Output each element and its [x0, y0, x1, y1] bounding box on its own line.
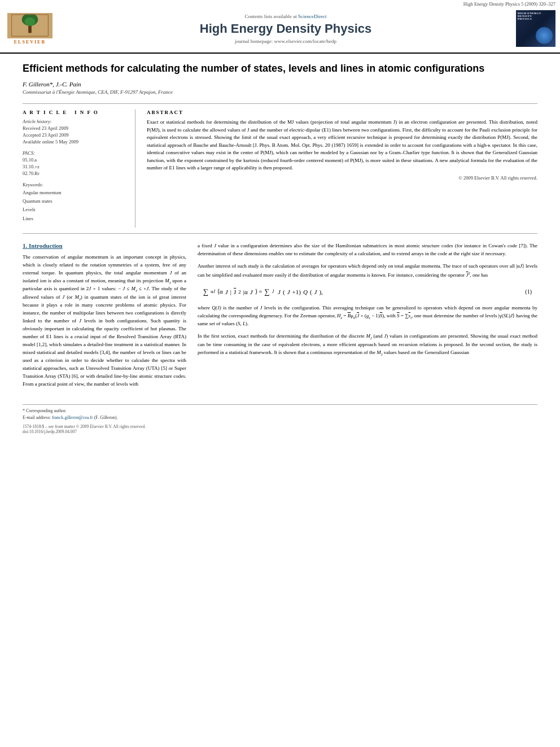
footnote-corresponding: * Corresponding author. [23, 408, 537, 414]
article-history: Article history: Received 23 April 2009 … [23, 119, 126, 146]
showing-text: Showing [470, 333, 488, 339]
journal-title-display: High Energy Density Physics [61, 21, 510, 36]
journal-meta: High Energy Density Physics 5 (2009) 320… [463, 1, 555, 7]
keywords-list: Angular momentum Quantum states Levels L… [23, 189, 126, 223]
keyword-3: Levels [23, 206, 126, 214]
cover-text: HIGH ENERGYDENSITYPHYSICS [518, 12, 554, 20]
elsevier-text-label: ELSEVIER [14, 40, 46, 45]
pacs-item-3: 02.70.Rr [23, 171, 126, 177]
right-para-4: In the first section, exact methods for … [198, 333, 537, 357]
keywords-group: Keywords: Angular momentum Quantum state… [23, 182, 126, 223]
pacs-group: PACS: 05.10.a 31.10.+z 02.70.Rr [23, 150, 126, 177]
body-columns: 1. Introduction The conservation of angu… [23, 242, 537, 393]
abstract-label: ABSTRACT [147, 110, 537, 115]
footer-area: * Corresponding author. E-mail address: … [23, 404, 537, 434]
journal-homepage: journal homepage: www.elsevier.com/locat… [61, 38, 510, 44]
journal-cover-image: HIGH ENERGYDENSITYPHYSICS [516, 10, 555, 47]
paper-title: Efficient methods for calculating the nu… [23, 62, 537, 75]
author-email-link[interactable]: franck.gilleron@cea.fr [52, 415, 93, 420]
info-abstract-section: A R T I C L E I N F O Article history: R… [23, 103, 537, 234]
body-left-column: 1. Introduction The conservation of angu… [23, 242, 186, 393]
pacs-label: PACS: [23, 150, 126, 156]
abstract-text: Exact or statistical methods for determi… [147, 119, 537, 172]
body-right-column: a fixed J value in a configuration deter… [198, 242, 537, 393]
abstract-column: ABSTRACT Exact or statistical methods fo… [147, 110, 537, 228]
journal-header: High Energy Density Physics 5 (2009) 320… [0, 0, 560, 54]
formula-1-content: ∑ αJ ⟨α J | J 2 |α J ⟩ = ∑ J J ( J +1) [203, 287, 323, 296]
elsevier-logo: ELSEVIER [5, 10, 55, 47]
article-info-label: A R T I C L E I N F O [23, 110, 126, 115]
article-info-column: A R T I C L E I N F O Article history: R… [23, 110, 135, 228]
section1-paragraph1: The conservation of angular momentum is … [23, 254, 186, 388]
right-para-2: Another interest of such study is the ca… [198, 263, 537, 279]
available-date: Available online 5 May 2009 [23, 139, 126, 146]
svg-point-3 [24, 18, 35, 26]
footnote-email: E-mail address: franck.gilleron@cea.fr (… [23, 414, 537, 421]
history-label: Article history: [23, 119, 126, 124]
pacs-item-2: 31.10.+z [23, 164, 126, 171]
right-para-3: where Q(J) is the number of J levels in … [198, 304, 537, 328]
formula-sum-symbol: ∑ [203, 287, 208, 296]
copyright-line: © 2009 Elsevier B.V. All rights reserved… [147, 175, 537, 181]
journal-center: Contents lists available at ScienceDirec… [55, 14, 516, 44]
formula-subscript-alphaj: αJ [211, 289, 215, 294]
keyword-2: Quantum states [23, 197, 126, 206]
keyword-4: Lines [23, 215, 126, 223]
cover-visual: HIGH ENERGYDENSITYPHYSICS [516, 10, 555, 47]
sciencedirect-link[interactable]: ScienceDirect [298, 14, 326, 19]
right-para-1: a fixed J value in a configuration deter… [198, 242, 537, 258]
formula-1-row: ∑ αJ ⟨α J | J 2 |α J ⟩ = ∑ J J ( J +1) [203, 287, 532, 296]
paper-authors: F. Gilleron*, J.-C. Pain [23, 81, 537, 88]
pacs-list: 05.10.a 31.10.+z 02.70.Rr [23, 157, 126, 177]
section1-title: 1. Introduction [23, 242, 186, 249]
journal-top-bar: ELSEVIER Contents lists available at Sci… [0, 8, 560, 49]
received-date: Received 23 April 2009 [23, 125, 126, 132]
cover-circle-decoration [536, 27, 553, 44]
sciencedirect-note: Contents lists available at ScienceDirec… [61, 14, 510, 19]
main-content: Efficient methods for calculating the nu… [0, 54, 560, 445]
elsevier-logo-img [7, 13, 53, 38]
accepted-date: Accepted 23 April 2009 [23, 132, 126, 139]
paper-affiliation: Commissariat à l'Énergie Atomique, CEA, … [23, 89, 537, 95]
pacs-item-1: 05.10.a [23, 157, 126, 164]
footer-issn: 1574-1818/$ – see front matter © 2009 El… [23, 424, 537, 434]
meta-line: High Energy Density Physics 5 (2009) 320… [0, 0, 560, 8]
keywords-label: Keywords: [23, 182, 126, 187]
elsevier-tree-svg [10, 14, 50, 37]
keyword-1: Angular momentum [23, 189, 126, 197]
formula-1-number: (1) [525, 289, 532, 295]
